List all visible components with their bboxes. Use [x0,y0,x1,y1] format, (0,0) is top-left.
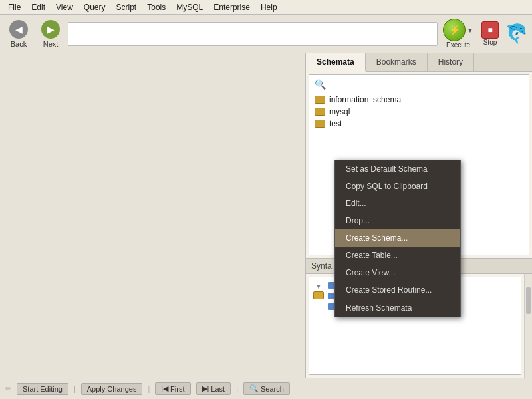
menu-help[interactable]: Help [255,1,283,13]
apply-changes-label: Apply Changes [87,385,137,393]
last-button[interactable]: ▶| Last [196,382,231,395]
first-icon: |◀ [161,384,168,393]
last-icon: ▶| [202,384,209,393]
tab-bookmarks[interactable]: Bookmarks [366,53,428,71]
first-button[interactable]: |◀ First [155,382,190,395]
separator-2: | [148,385,150,393]
schema-db-icon-mysql [315,108,325,116]
tab-history[interactable]: History [428,53,474,71]
search-label: Search [261,385,284,393]
syntax-scrollbar[interactable] [524,274,532,378]
context-menu: Set as Default Schema Copy SQL to Clipbo… [334,160,461,317]
menu-view[interactable]: View [51,1,78,13]
syntax-tree-controls: ▼ [312,280,325,372]
bottom-toolbar: ✏ Start Editing | Apply Changes | |◀ Fir… [0,378,532,399]
schema-search-row: 🔍 [312,78,526,91]
menu-tools[interactable]: Tools [142,1,171,13]
separator-3: | [236,385,238,393]
dolphin-icon: 🐬 [505,23,528,45]
menubar: File Edit View Query Script Tools MySQL … [0,0,532,15]
menu-query[interactable]: Query [78,1,111,13]
back-icon: ◀ [9,20,28,39]
ctx-create-view[interactable]: Create View... [335,264,460,281]
ctx-copy-sql[interactable]: Copy SQL to Clipboard [335,178,460,195]
execute-icon: ⚡ [443,19,466,41]
execute-dropdown-arrow: ▼ [467,27,473,34]
schema-item-mysql[interactable]: mysql [312,106,526,118]
ctx-edit[interactable]: Edit... [335,195,460,212]
ctx-create-table[interactable]: Create Table... [335,247,460,264]
schema-search-icon: 🔍 [315,79,326,90]
tab-schemata[interactable]: Schemata [306,53,366,72]
back-label: Back [11,40,27,48]
menu-file[interactable]: File [3,1,26,13]
schema-item-test[interactable]: test [312,118,526,130]
mysql-logo: 🐬 [504,22,528,46]
execute-label: Execute [446,41,470,49]
next-label: Next [43,40,59,48]
sql-editor-panel[interactable] [0,53,306,378]
last-label: Last [211,385,225,393]
search-icon: 🔍 [249,384,259,393]
schema-item-information[interactable]: information_schema [312,94,526,106]
next-icon: ▶ [41,20,60,39]
search-button[interactable]: 🔍 Search [243,382,290,395]
first-label: First [170,385,184,393]
schema-label-mysql: mysql [329,107,350,116]
tabs: Schemata Bookmarks History [306,53,532,72]
back-button[interactable]: ◀ Back [4,17,33,51]
sql-input[interactable] [68,22,438,46]
ctx-drop[interactable]: Drop... [335,212,460,229]
folder-icon [313,291,324,299]
stop-label: Stop [483,39,497,46]
start-editing-label: Start Editing [23,385,63,393]
scroll-thumb [526,287,531,314]
schema-label-test: test [329,119,342,128]
start-editing-button[interactable]: Start Editing [17,383,68,395]
menu-edit[interactable]: Edit [26,1,51,13]
schema-db-icon-test [315,120,325,128]
menu-script[interactable]: Script [111,1,142,13]
pencil-icon: ✏ [5,384,11,393]
schema-label-information: information_schema [329,95,401,104]
separator-1: | [74,385,76,393]
ctx-create-schema[interactable]: Create Schema... [335,229,460,247]
apply-changes-button[interactable]: Apply Changes [81,383,143,395]
ctx-create-routine[interactable]: Create Stored Routine... [335,281,460,299]
menu-mysql[interactable]: MySQL [171,1,208,13]
next-button[interactable]: ▶ Next [36,17,65,51]
menu-enterprise[interactable]: Enterprise [208,1,255,13]
ctx-set-default[interactable]: Set as Default Schema [335,160,460,178]
toolbar: ◀ Back ▶ Next ⚡ ▼ Execute ■ Stop 🐬 [0,15,532,53]
stop-icon: ■ [481,21,499,39]
stop-button[interactable]: ■ Stop [479,19,501,49]
execute-button[interactable]: ⚡ ▼ Execute [440,16,476,51]
schema-db-icon [315,96,325,104]
ctx-refresh[interactable]: Refresh Schemata [335,299,460,317]
expand-icon[interactable]: ▼ [315,283,322,290]
